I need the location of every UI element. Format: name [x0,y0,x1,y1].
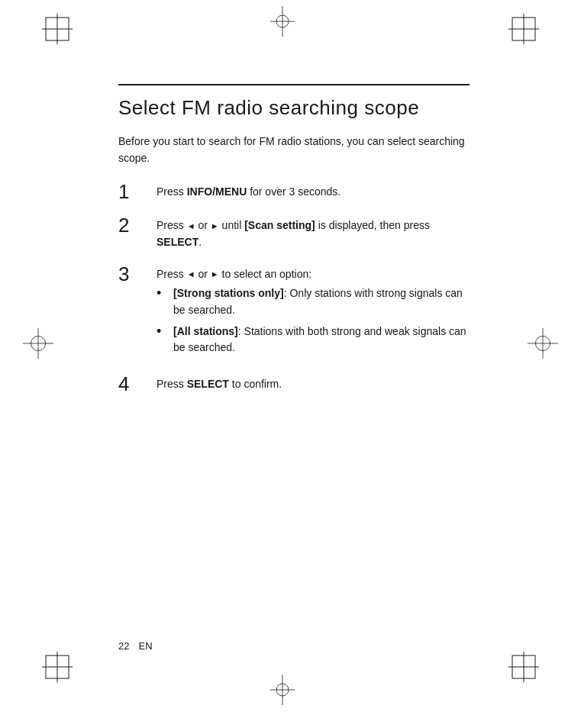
step-1-suffix: for over 3 seconds. [247,185,341,198]
page-title: Select FM radio searching scope [118,96,470,120]
reg-mark-top-right [508,14,539,44]
step-4-suffix: to confirm. [229,378,282,390]
bullet-dot-2: • [157,324,170,340]
step-3-suffix: to select an option: [219,268,311,280]
step-1-content: Press INFO/MENU for over 3 seconds. [157,181,470,201]
step-1-press: Press [157,185,187,198]
reg-mark-top-center [267,6,298,37]
arrow-left-icon-1 [187,219,195,231]
reg-mark-mid-left [23,328,53,359]
step-2-until: until [219,219,244,231]
step-4-press: Press [157,378,187,390]
arrow-left-icon-2 [187,268,195,280]
step-4-select: SELECT [187,378,229,390]
footer-language: EN [138,640,152,652]
step-number-2: 2 [118,214,157,237]
footer: 22 EN [118,640,153,652]
reg-mark-bottom-center [267,675,298,705]
step-2-select: SELECT [157,236,199,248]
bullet-2-text: [All stations]: Stations with both stron… [173,324,470,356]
step-2-press: Press [157,219,187,231]
steps-list: 1 Press INFO/MENU for over 3 seconds. 2 … [118,181,470,395]
step-2-period: . [199,236,202,248]
reg-mark-bottom-left [42,652,73,682]
bullet-1-text: [Strong stations only]: Only stations wi… [173,285,470,318]
top-rule [118,84,470,85]
step-4: 4 Press SELECT to confirm. [118,373,470,395]
step-2-displayed: is displayed, then press [315,219,430,231]
reg-mark-mid-right [528,328,558,359]
step-1: 1 Press INFO/MENU for over 3 seconds. [118,181,470,203]
step-2-scan-setting: [Scan setting] [244,219,315,231]
bullet-dot-1: • [157,285,170,302]
step-2-or: or [195,219,211,231]
step-1-button: INFO/MENU [187,185,247,198]
footer-page-number: 22 [118,640,129,652]
bullet-item-1: • [Strong stations only]: Only stations … [157,285,470,318]
bullet-item-2: • [All stations]: Stations with both str… [157,324,470,356]
step-number-1: 1 [118,181,157,203]
bullet-list: • [Strong stations only]: Only stations … [157,285,470,356]
step-3-or: or [195,268,211,280]
step-number-4: 4 [118,373,157,395]
step-4-content: Press SELECT to confirm. [157,373,470,393]
step-3-content: Press or to select an option: • [Strong … [157,263,470,361]
arrow-right-icon-2 [211,268,219,280]
bullet-2-label: [All stations] [173,325,238,337]
main-content: Select FM radio searching scope Before y… [118,84,470,407]
reg-mark-bottom-right [508,652,539,682]
intro-paragraph: Before you start to search for FM radio … [118,134,470,166]
step-3-press: Press [157,268,187,280]
bullet-1-label: [Strong stations only] [173,287,284,299]
step-3: 3 Press or to select an option: • [Stron… [118,263,470,361]
reg-mark-top-left [42,14,73,44]
step-number-3: 3 [118,263,157,285]
step-2-content: Press or until [Scan setting] is display… [157,214,470,250]
arrow-right-icon-1 [211,219,219,231]
step-2: 2 Press or until [Scan setting] is displ… [118,214,470,250]
